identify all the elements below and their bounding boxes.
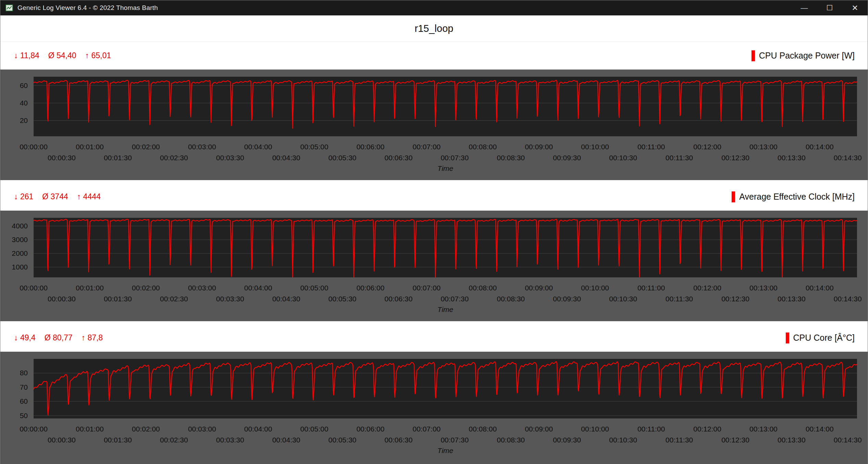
x-tick-label: 00:00:30 bbox=[48, 154, 76, 162]
x-tick-label: 00:07:00 bbox=[413, 425, 441, 433]
section-divider bbox=[0, 180, 868, 183]
x-tick-label: 00:10:30 bbox=[609, 154, 637, 162]
x-tick-label: 00:04:00 bbox=[244, 284, 272, 292]
maximize-button[interactable]: ☐ bbox=[817, 0, 842, 15]
x-tick-label: 00:12:00 bbox=[693, 143, 721, 151]
x-tick-label: 00:03:30 bbox=[216, 154, 244, 162]
x-tick-label: 00:11:00 bbox=[637, 425, 665, 433]
stats-clock: ↓ 261 Ø 3744 ↑ 4444 bbox=[14, 192, 101, 201]
x-tick-label: 00:02:00 bbox=[132, 284, 160, 292]
x-tick-label: 00:10:30 bbox=[609, 436, 637, 444]
x-tick-label: 00:06:30 bbox=[384, 295, 413, 303]
stat-avg: Ø 54,40 bbox=[48, 51, 76, 60]
legend-color-mark bbox=[732, 191, 735, 202]
stat-avg: Ø 80,77 bbox=[45, 333, 73, 342]
x-tick-label: 00:08:30 bbox=[497, 436, 525, 444]
chart-panel-temp: 50607080 00:00:0000:01:0000:02:0000:03:0… bbox=[0, 352, 868, 464]
stats-row-clock: ↓ 261 Ø 3744 ↑ 4444 Average Effective Cl… bbox=[0, 183, 868, 211]
x-tick-label: 00:05:30 bbox=[328, 154, 356, 162]
x-tick-label: 00:14:30 bbox=[834, 436, 862, 444]
x-tick-label: 00:11:00 bbox=[637, 284, 665, 292]
stats-power: ↓ 11,84 Ø 54,40 ↑ 65,01 bbox=[14, 51, 111, 60]
x-tick-label: 00:13:30 bbox=[778, 436, 806, 444]
y-tick-label: 80 bbox=[20, 369, 28, 377]
x-tick-label: 00:06:00 bbox=[356, 143, 384, 151]
x-tick-label: 00:13:00 bbox=[749, 425, 778, 433]
app-icon bbox=[5, 4, 13, 12]
x-tick-label: 00:11:30 bbox=[665, 154, 693, 162]
legend-color-mark bbox=[786, 333, 789, 343]
x-tick-label: 00:14:30 bbox=[834, 295, 862, 303]
x-tick-label: 00:08:30 bbox=[497, 295, 525, 303]
x-tick-label: 00:07:30 bbox=[441, 295, 469, 303]
stat-min: ↓ 11,84 bbox=[14, 51, 39, 60]
x-axis-title: Time bbox=[34, 305, 857, 314]
x-tick-label: 00:08:00 bbox=[469, 425, 497, 433]
x-tick-label: 00:01:30 bbox=[104, 436, 132, 444]
x-tick-label: 00:05:00 bbox=[300, 425, 328, 433]
chart-section-clock: ↓ 261 Ø 3744 ↑ 4444 Average Effective Cl… bbox=[0, 183, 868, 321]
x-tick-label: 00:03:00 bbox=[188, 425, 216, 433]
x-tick-label: 00:11:30 bbox=[665, 436, 693, 444]
window-controls: — ☐ ✕ bbox=[792, 0, 868, 15]
x-axis-minor-labels: 00:00:3000:01:3000:02:3000:03:3000:04:30… bbox=[0, 436, 868, 444]
temp-chart-plot[interactable] bbox=[34, 359, 857, 418]
chart-panel-clock: 1000200030004000 00:00:0000:01:0000:02:0… bbox=[0, 211, 868, 321]
x-tick-label: 00:04:00 bbox=[244, 425, 272, 433]
window-title: Generic Log Viewer 6.4 - © 2022 Thomas B… bbox=[17, 4, 158, 12]
y-tick-label: 60 bbox=[20, 82, 28, 89]
x-tick-label: 00:09:00 bbox=[525, 143, 553, 151]
x-axis-title: Time bbox=[34, 447, 857, 455]
stats-temp: ↓ 49,4 Ø 80,77 ↑ 87,8 bbox=[14, 333, 103, 342]
stat-avg: Ø 3744 bbox=[42, 192, 68, 201]
x-tick-label: 00:04:30 bbox=[272, 436, 300, 444]
page-header: r15_loop bbox=[0, 15, 868, 42]
y-axis-labels: 50607080 bbox=[0, 359, 30, 418]
x-tick-label: 00:08:30 bbox=[497, 154, 525, 162]
stat-min: ↓ 49,4 bbox=[14, 333, 36, 342]
legend-color-mark bbox=[751, 50, 755, 61]
x-tick-label: 00:06:30 bbox=[384, 436, 413, 444]
clock-chart-plot[interactable] bbox=[34, 218, 857, 277]
x-tick-label: 00:02:00 bbox=[132, 143, 160, 151]
x-tick-label: 00:14:00 bbox=[806, 425, 834, 433]
x-tick-label: 00:09:30 bbox=[553, 154, 581, 162]
x-tick-label: 00:13:30 bbox=[778, 295, 806, 303]
x-tick-label: 00:13:00 bbox=[749, 143, 778, 151]
x-tick-label: 00:06:00 bbox=[356, 284, 384, 292]
x-tick-label: 00:14:00 bbox=[806, 143, 834, 151]
x-tick-label: 00:03:30 bbox=[216, 436, 244, 444]
x-axis-major-labels: 00:00:0000:01:0000:02:0000:03:0000:04:00… bbox=[0, 284, 868, 292]
x-tick-label: 00:09:30 bbox=[553, 295, 581, 303]
x-tick-label: 00:07:00 bbox=[413, 284, 441, 292]
x-tick-label: 00:14:00 bbox=[806, 284, 834, 292]
power-chart-plot[interactable] bbox=[34, 77, 857, 136]
x-tick-label: 00:09:30 bbox=[553, 436, 581, 444]
chart-section-temp: ↓ 49,4 Ø 80,77 ↑ 87,8 CPU Core [Â°C] 506… bbox=[0, 324, 868, 464]
x-tick-label: 00:12:30 bbox=[721, 436, 749, 444]
x-axis-major-labels: 00:00:0000:01:0000:02:0000:03:0000:04:00… bbox=[0, 425, 868, 433]
x-tick-label: 00:08:00 bbox=[469, 284, 497, 292]
x-tick-label: 00:00:00 bbox=[20, 425, 48, 433]
close-button[interactable]: ✕ bbox=[842, 0, 868, 15]
chart-title-power: CPU Package Power [W] bbox=[759, 51, 855, 61]
x-tick-label: 00:06:30 bbox=[384, 154, 413, 162]
y-tick-label: 1000 bbox=[12, 263, 28, 271]
x-tick-label: 00:00:30 bbox=[48, 295, 76, 303]
stat-max: ↑ 4444 bbox=[77, 192, 101, 201]
x-tick-label: 00:07:30 bbox=[441, 154, 469, 162]
stat-min: ↓ 261 bbox=[14, 192, 33, 201]
x-tick-label: 00:02:30 bbox=[160, 436, 188, 444]
x-tick-label: 00:06:00 bbox=[356, 425, 384, 433]
chart-title-temp: CPU Core [Â°C] bbox=[793, 333, 855, 343]
stat-max: ↑ 87,8 bbox=[82, 333, 103, 342]
x-tick-label: 00:14:30 bbox=[834, 154, 862, 162]
x-tick-label: 00:13:30 bbox=[778, 154, 806, 162]
x-tick-label: 00:00:00 bbox=[20, 284, 48, 292]
x-tick-label: 00:10:00 bbox=[581, 425, 609, 433]
stat-max: ↑ 65,01 bbox=[85, 51, 111, 60]
x-tick-label: 00:10:00 bbox=[581, 284, 609, 292]
x-tick-label: 00:12:30 bbox=[721, 295, 749, 303]
x-tick-label: 00:00:30 bbox=[48, 436, 76, 444]
minimize-button[interactable]: — bbox=[792, 0, 817, 15]
